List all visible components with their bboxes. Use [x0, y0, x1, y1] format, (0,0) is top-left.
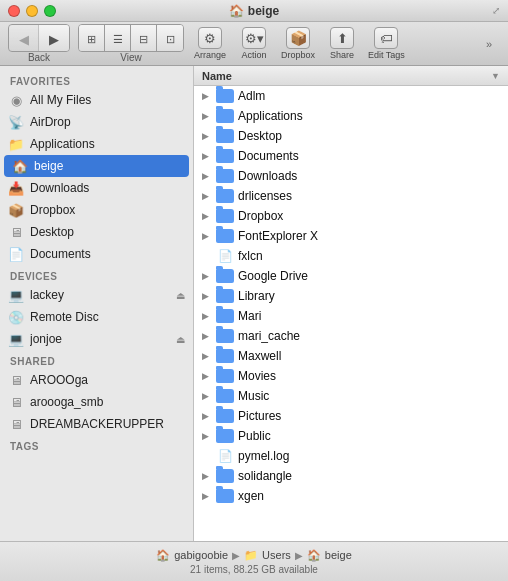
file-name: Downloads — [238, 169, 297, 183]
arrange-icon: ⚙ — [198, 27, 222, 49]
share-button[interactable]: ⬆ Share — [324, 24, 360, 64]
sidebar-item-desktop[interactable]: 🖥Desktop — [0, 221, 193, 243]
table-row[interactable]: ▶drlicenses — [194, 186, 508, 206]
disclosure-triangle[interactable]: ▶ — [202, 331, 216, 341]
sidebar-item-applications[interactable]: 📁Applications — [0, 133, 193, 155]
table-row[interactable]: ▶Music — [194, 386, 508, 406]
column-view-button[interactable]: ⊟ — [131, 25, 157, 52]
forward-button[interactable]: ▶ — [39, 25, 69, 52]
disclosure-triangle[interactable]: ▶ — [202, 471, 216, 481]
path-current: beige — [325, 549, 352, 561]
resize-icon[interactable]: ⤢ — [492, 5, 500, 16]
action-button[interactable]: ⚙▾ Action — [236, 24, 272, 64]
disclosure-triangle[interactable]: ▶ — [202, 351, 216, 361]
file-name: Mari — [238, 309, 261, 323]
sidebar-item-dreambackerupper[interactable]: 🖥DREAMBACKERUPPER — [0, 413, 193, 435]
sidebar-item-dropbox[interactable]: 📦Dropbox — [0, 199, 193, 221]
coverflow-view-button[interactable]: ⊡ — [157, 25, 183, 52]
table-row[interactable]: ▶Mari — [194, 306, 508, 326]
toolbar-overflow[interactable]: » — [486, 38, 500, 50]
edit-tags-button[interactable]: 🏷 Edit Tags — [368, 24, 405, 64]
table-row[interactable]: ▶Applications — [194, 106, 508, 126]
file-icon: 📄 — [216, 248, 234, 264]
table-row[interactable]: ▶Movies — [194, 366, 508, 386]
window-title: 🏠 beige — [229, 4, 279, 18]
maximize-button[interactable] — [44, 5, 56, 17]
disclosure-triangle[interactable]: ▶ — [202, 171, 216, 181]
sidebar-item-documents[interactable]: 📄Documents — [0, 243, 193, 265]
disclosure-triangle[interactable]: ▶ — [202, 131, 216, 141]
disclosure-triangle[interactable]: ▶ — [202, 111, 216, 121]
sidebar-item-aroooga-smb[interactable]: 🖥aroooga_smb — [0, 391, 193, 413]
table-row[interactable]: ▶Adlm — [194, 86, 508, 106]
file-icon: 📄 — [216, 448, 234, 464]
icon-view-button[interactable]: ⊞ — [79, 25, 105, 52]
file-name: Applications — [238, 109, 303, 123]
sidebar-item-remote-disc[interactable]: 💿Remote Disc — [0, 306, 193, 328]
documents-icon: 📄 — [8, 246, 24, 262]
file-icon — [216, 188, 234, 204]
sidebar-item-airdrop[interactable]: 📡AirDrop — [0, 111, 193, 133]
table-row[interactable]: ▶Maxwell — [194, 346, 508, 366]
table-row[interactable]: ▶Downloads — [194, 166, 508, 186]
all-my-files-icon: ◉ — [8, 92, 24, 108]
eject-icon-lackey[interactable]: ⏏ — [176, 290, 185, 301]
share-label: Share — [330, 50, 354, 60]
sidebar-item-downloads[interactable]: 📥Downloads — [0, 177, 193, 199]
nav-group: ◀ ▶ Back — [8, 24, 70, 63]
file-list: Name ▼ ▶Adlm▶Applications▶Desktop▶Docume… — [194, 66, 508, 541]
close-button[interactable] — [8, 5, 20, 17]
back-button[interactable]: ◀ — [9, 25, 39, 52]
disclosure-triangle[interactable]: ▶ — [202, 391, 216, 401]
table-row[interactable]: ▶Desktop — [194, 126, 508, 146]
sidebar-item-beige[interactable]: 🏠beige — [4, 155, 189, 177]
disclosure-triangle[interactable]: ▶ — [202, 91, 216, 101]
disclosure-triangle[interactable]: ▶ — [202, 491, 216, 501]
path-sep-2: ▶ — [295, 550, 303, 561]
table-row[interactable]: ▶Dropbox — [194, 206, 508, 226]
sidebar-item-jonjoe[interactable]: 💻jonjoe⏏ — [0, 328, 193, 350]
table-row[interactable]: ▶mari_cache — [194, 326, 508, 346]
table-row[interactable]: ▶xgen — [194, 486, 508, 506]
minimize-button[interactable] — [26, 5, 38, 17]
sidebar-item-label-documents: Documents — [30, 247, 91, 261]
toolbar: ◀ ▶ Back ⊞ ☰ ⊟ ⊡ View ⚙ Arrange ⚙▾ Actio… — [0, 22, 508, 66]
disclosure-triangle[interactable]: ▶ — [202, 231, 216, 241]
table-row[interactable]: ▶Library — [194, 286, 508, 306]
table-row[interactable]: ▶Documents — [194, 146, 508, 166]
eject-icon-jonjoe[interactable]: ⏏ — [176, 334, 185, 345]
sidebar-item-aroooga[interactable]: 🖥AROOOga — [0, 369, 193, 391]
table-row[interactable]: ▶Pictures — [194, 406, 508, 426]
sort-indicator: ▼ — [491, 71, 500, 81]
table-row[interactable]: ▶Google Drive — [194, 266, 508, 286]
list-view-button[interactable]: ☰ — [105, 25, 131, 52]
table-row[interactable]: 📄pymel.log — [194, 446, 508, 466]
disclosure-triangle[interactable]: ▶ — [202, 311, 216, 321]
dropbox-button[interactable]: 📦 Dropbox — [280, 24, 316, 64]
disclosure-triangle[interactable]: ▶ — [202, 431, 216, 441]
downloads-icon: 📥 — [8, 180, 24, 196]
sidebar-item-label-downloads: Downloads — [30, 181, 89, 195]
sidebar-section-favorites: FAVORITES — [0, 70, 193, 89]
disclosure-triangle[interactable]: ▶ — [202, 411, 216, 421]
sidebar-item-label-aroooga: AROOOga — [30, 373, 88, 387]
disclosure-triangle[interactable]: ▶ — [202, 291, 216, 301]
table-row[interactable]: 📄fxlcn — [194, 246, 508, 266]
arrange-button[interactable]: ⚙ Arrange — [192, 24, 228, 64]
disclosure-triangle[interactable]: ▶ — [202, 191, 216, 201]
table-row[interactable]: ▶FontExplorer X — [194, 226, 508, 246]
path-bar: 🏠 gabigoobie ▶ 📁 Users ▶ 🏠 beige — [156, 549, 352, 562]
view-label: View — [120, 52, 142, 63]
table-row[interactable]: ▶Public — [194, 426, 508, 446]
table-row[interactable]: ▶solidangle — [194, 466, 508, 486]
disclosure-triangle[interactable]: ▶ — [202, 271, 216, 281]
filelist-header: Name ▼ — [194, 66, 508, 86]
desktop-icon: 🖥 — [8, 224, 24, 240]
disclosure-triangle[interactable]: ▶ — [202, 151, 216, 161]
disclosure-triangle[interactable]: ▶ — [202, 371, 216, 381]
disclosure-triangle[interactable]: ▶ — [202, 211, 216, 221]
file-name: Google Drive — [238, 269, 308, 283]
sidebar-item-lackey[interactable]: 💻lackey⏏ — [0, 284, 193, 306]
sidebar-item-all-my-files[interactable]: ◉All My Files — [0, 89, 193, 111]
file-icon — [216, 108, 234, 124]
